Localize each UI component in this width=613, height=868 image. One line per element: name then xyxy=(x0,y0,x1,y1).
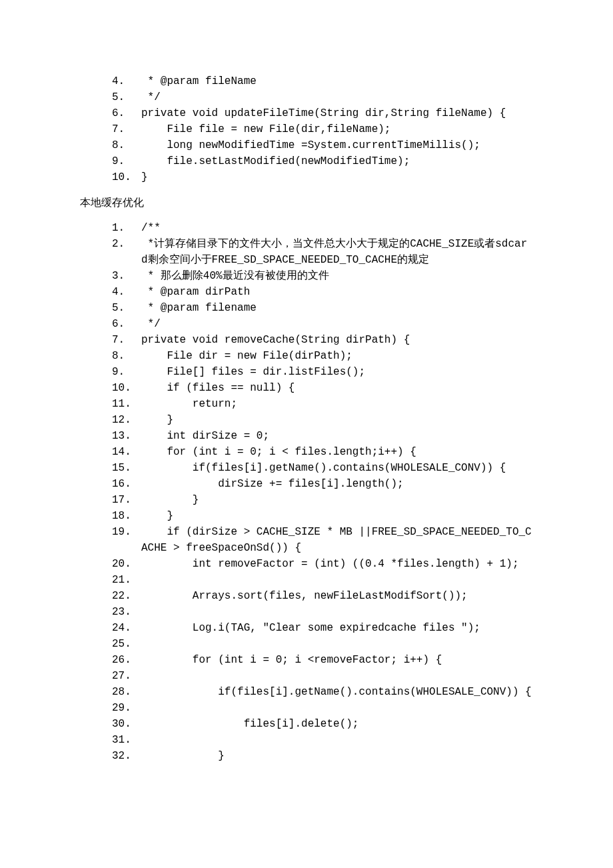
code-line: 3. * 那么删除40%最近没有被使用的文件 xyxy=(112,268,533,284)
line-number: 31. xyxy=(112,732,141,748)
line-number: 21. xyxy=(112,572,141,588)
line-content xyxy=(141,668,533,684)
line-content: * @param filename xyxy=(141,300,533,316)
line-number: 27. xyxy=(112,668,141,684)
line-number: 29. xyxy=(112,700,141,716)
line-content: if (dirSize > CACHE_SIZE * MB ||FREE_SD_… xyxy=(141,524,533,556)
code-line: 8. File dir = new File(dirPath); xyxy=(112,348,533,364)
line-content: } xyxy=(141,748,533,764)
code-line: 23. xyxy=(112,604,533,620)
line-number: 9. xyxy=(112,364,141,380)
code-line: 29. xyxy=(112,700,533,716)
line-number: 7. xyxy=(112,332,141,348)
line-number: 23. xyxy=(112,604,141,620)
line-content: *计算存储目录下的文件大小，当文件总大小大于规定的CACHE_SIZE或者sdc… xyxy=(141,236,533,268)
code-block-2: 1./** 2. *计算存储目录下的文件大小，当文件总大小大于规定的CACHE_… xyxy=(112,220,533,764)
code-line: 10. if (files == null) { xyxy=(112,380,533,396)
code-line: 31. xyxy=(112,732,533,748)
line-number: 10. xyxy=(112,380,141,396)
line-content: if (files == null) { xyxy=(141,380,533,396)
code-line: 30. files[i].delete(); xyxy=(112,716,533,732)
code-block-1: 4. * @param fileName 5. */ 6.private voi… xyxy=(112,73,533,185)
line-number: 32. xyxy=(112,748,141,764)
line-content: } xyxy=(141,169,533,185)
line-content: File dir = new File(dirPath); xyxy=(141,348,533,364)
code-line: 32. } xyxy=(112,748,533,764)
line-content: * 那么删除40%最近没有被使用的文件 xyxy=(141,268,533,284)
code-line: 1./** xyxy=(112,220,533,236)
line-content: dirSize += files[i].length(); xyxy=(141,476,533,492)
line-content: if(files[i].getName().contains(WHOLESALE… xyxy=(141,684,533,700)
line-content: long newModifiedTime =System.currentTime… xyxy=(141,137,533,153)
line-number: 22. xyxy=(112,588,141,604)
line-number: 16. xyxy=(112,476,141,492)
code-line: 10.} xyxy=(112,169,533,185)
code-line: 5. */ xyxy=(112,89,533,105)
line-content: private void updateFileTime(String dir,S… xyxy=(141,105,533,121)
line-number: 15. xyxy=(112,460,141,476)
line-content: for (int i = 0; i < files.length;i++) { xyxy=(141,444,533,460)
code-line: 27. xyxy=(112,668,533,684)
code-line: 24. Log.i(TAG, "Clear some expiredcache … xyxy=(112,620,533,636)
line-content: * @param dirPath xyxy=(141,284,533,300)
line-content: File file = new File(dir,fileName); xyxy=(141,121,533,137)
line-number: 3. xyxy=(112,268,141,284)
code-line: 8. long newModifiedTime =System.currentT… xyxy=(112,137,533,153)
line-number: 18. xyxy=(112,508,141,524)
code-line: 5. * @param filename xyxy=(112,300,533,316)
line-content: int removeFactor = (int) ((0.4 *files.le… xyxy=(141,556,533,572)
code-line: 28. if(files[i].getName().contains(WHOLE… xyxy=(112,684,533,700)
line-number: 19. xyxy=(112,524,141,556)
code-line: 21. xyxy=(112,572,533,588)
line-number: 6. xyxy=(112,105,141,121)
line-content: if(files[i].getName().contains(WHOLESALE… xyxy=(141,460,533,476)
line-number: 14. xyxy=(112,444,141,460)
line-number: 8. xyxy=(112,348,141,364)
line-content: Arrays.sort(files, newFileLastModifSort(… xyxy=(141,588,533,604)
line-number: 13. xyxy=(112,428,141,444)
code-line: 9. file.setLastModified(newModifiedTime)… xyxy=(112,153,533,169)
line-number: 9. xyxy=(112,153,141,169)
line-content: /** xyxy=(141,220,533,236)
code-line: 17. } xyxy=(112,492,533,508)
line-content: return; xyxy=(141,396,533,412)
line-number: 4. xyxy=(112,284,141,300)
line-number: 2. xyxy=(112,236,141,268)
code-line: 7.private void removeCache(String dirPat… xyxy=(112,332,533,348)
line-number: 11. xyxy=(112,396,141,412)
line-content xyxy=(141,700,533,716)
code-line: 18. } xyxy=(112,508,533,524)
code-line: 12. } xyxy=(112,412,533,428)
code-line: 2. *计算存储目录下的文件大小，当文件总大小大于规定的CACHE_SIZE或者… xyxy=(112,236,533,268)
line-number: 17. xyxy=(112,492,141,508)
code-line: 4. * @param dirPath xyxy=(112,284,533,300)
code-line: 6. */ xyxy=(112,316,533,332)
code-line: 14. for (int i = 0; i < files.length;i++… xyxy=(112,444,533,460)
line-number: 28. xyxy=(112,684,141,700)
line-content xyxy=(141,732,533,748)
line-content: * @param fileName xyxy=(141,73,533,89)
line-number: 7. xyxy=(112,121,141,137)
line-content: files[i].delete(); xyxy=(141,716,533,732)
line-number: 10. xyxy=(112,169,141,185)
code-line: 20. int removeFactor = (int) ((0.4 *file… xyxy=(112,556,533,572)
line-content: File[] files = dir.listFiles(); xyxy=(141,364,533,380)
code-line: 22. Arrays.sort(files, newFileLastModifS… xyxy=(112,588,533,604)
code-line: 11. return; xyxy=(112,396,533,412)
line-number: 5. xyxy=(112,300,141,316)
line-content: Log.i(TAG, "Clear some expiredcache file… xyxy=(141,620,533,636)
line-number: 6. xyxy=(112,316,141,332)
line-content: for (int i = 0; i <removeFactor; i++) { xyxy=(141,652,533,668)
line-content: int dirSize = 0; xyxy=(141,428,533,444)
line-number: 4. xyxy=(112,73,141,89)
code-line: 16. dirSize += files[i].length(); xyxy=(112,476,533,492)
line-content: } xyxy=(141,508,533,524)
line-number: 26. xyxy=(112,652,141,668)
code-line: 9. File[] files = dir.listFiles(); xyxy=(112,364,533,380)
code-line: 25. xyxy=(112,636,533,652)
line-content xyxy=(141,636,533,652)
line-number: 24. xyxy=(112,620,141,636)
code-line: 13. int dirSize = 0; xyxy=(112,428,533,444)
line-number: 25. xyxy=(112,636,141,652)
line-content: */ xyxy=(141,89,533,105)
